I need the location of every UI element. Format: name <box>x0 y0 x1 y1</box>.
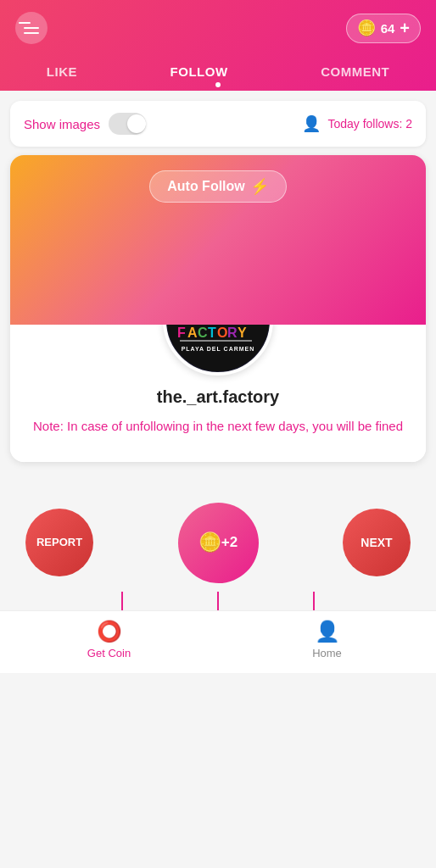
profile-card: Auto Follow ⚡ A R T F A C T O <box>10 155 426 462</box>
next-button[interactable]: NEXT <box>343 509 411 576</box>
svg-text:C: C <box>198 326 208 340</box>
svg-text:R: R <box>227 326 238 340</box>
show-images-toggle[interactable] <box>109 113 146 135</box>
username: the._art.factory <box>157 387 280 407</box>
next-stem <box>313 592 315 610</box>
menu-line-3 <box>24 32 39 34</box>
menu-button[interactable] <box>15 12 48 44</box>
report-stem <box>121 592 123 610</box>
bottom-nav: ⭕ Get Coin 👤 Home <box>0 610 436 673</box>
toggle-knob <box>127 114 146 133</box>
button-stems <box>0 592 436 610</box>
today-follows-section: 👤 Today follows: 2 <box>302 114 412 133</box>
tab-follow[interactable]: FOLLOW <box>154 58 245 86</box>
person-icon: 👤 <box>302 114 321 133</box>
svg-text:Y: Y <box>238 326 247 340</box>
svg-text:T: T <box>208 326 216 340</box>
tab-like[interactable]: LIKE <box>30 58 94 86</box>
header-top: 🪙 64 + <box>0 0 436 51</box>
report-button[interactable]: REPORT <box>25 509 93 576</box>
home-icon: 👤 <box>315 620 340 643</box>
today-follows-label: Today follows: 2 <box>327 117 412 131</box>
nav-tabs: LIKE FOLLOW COMMENT <box>0 51 436 86</box>
note-text: Note: In case of unfollowing in the next… <box>33 417 403 437</box>
auto-follow-badge: Auto Follow ⚡ <box>149 170 287 203</box>
auto-follow-label: Auto Follow <box>167 179 245 194</box>
get-coin-icon: ⭕ <box>97 620 122 643</box>
bottom-nav-home[interactable]: 👤 Home <box>293 620 361 659</box>
svg-text:F: F <box>177 326 186 340</box>
toggle-bar: Show images 👤 Today follows: 2 <box>10 101 426 147</box>
bottom-nav-get-coin[interactable]: ⭕ Get Coin <box>75 620 143 659</box>
show-images-section: Show images <box>24 113 146 135</box>
card-gradient-header: Auto Follow ⚡ <box>10 155 426 325</box>
svg-text:A: A <box>187 326 198 340</box>
coin-reward-icon: 🪙 <box>198 531 221 554</box>
show-images-label: Show images <box>24 117 100 131</box>
action-area: REPORT 🪙 +2 NEXT <box>0 470 436 610</box>
menu-line-1 <box>19 22 31 24</box>
coins-stem <box>217 592 219 610</box>
tab-comment[interactable]: COMMENT <box>304 58 406 86</box>
coin-badge[interactable]: 🪙 64 + <box>346 14 421 43</box>
coins-button[interactable]: 🪙 +2 <box>178 503 259 583</box>
get-coin-label: Get Coin <box>87 647 131 659</box>
svg-text:O: O <box>217 326 227 340</box>
svg-text:PLAYA DEL CARMEN: PLAYA DEL CARMEN <box>182 346 255 352</box>
lightning-icon: ⚡ <box>250 177 269 196</box>
tab-indicator-row <box>0 86 436 91</box>
header: 🪙 64 + LIKE FOLLOW COMMENT <box>0 0 436 91</box>
coin-plus-button[interactable]: + <box>400 19 410 38</box>
coin-icon: 🪙 <box>357 19 376 37</box>
home-label: Home <box>312 647 342 659</box>
action-buttons-row: REPORT 🪙 +2 NEXT <box>0 487 436 592</box>
menu-line-2 <box>24 27 39 29</box>
coin-count: 64 <box>381 21 395 36</box>
